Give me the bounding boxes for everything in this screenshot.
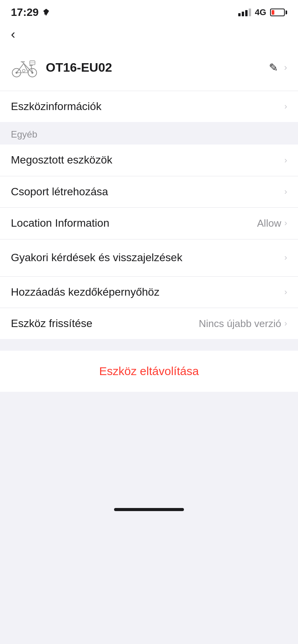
menu-item-device-info[interactable]: Eszközinformációk › bbox=[0, 91, 298, 122]
shared-label: Megosztott eszközök bbox=[11, 145, 284, 176]
device-right: ✎ › bbox=[269, 61, 287, 74]
shared-right: › bbox=[284, 155, 287, 165]
homescreen-chevron: › bbox=[284, 287, 287, 297]
device-header-chevron: › bbox=[284, 62, 287, 73]
remove-button[interactable]: Eszköz eltávolítása bbox=[99, 365, 199, 378]
menu-item-homescreen[interactable]: Hozzáadás kezdőképernyőhöz › bbox=[0, 277, 298, 308]
signal-bar-3 bbox=[245, 10, 248, 16]
device-name: OT16-EU02 bbox=[46, 60, 112, 75]
faq-right: › bbox=[284, 253, 287, 263]
group-right: › bbox=[284, 187, 287, 197]
location-right: Allow › bbox=[257, 217, 287, 229]
device-header: OT16-EU02 ✎ › bbox=[0, 48, 298, 91]
location-chevron: › bbox=[284, 218, 287, 228]
section-header-other: Egyéb bbox=[0, 122, 298, 145]
signal-bar-1 bbox=[238, 13, 241, 16]
location-label: Location Information bbox=[11, 208, 257, 239]
battery-level: 7 bbox=[271, 10, 284, 15]
menu-item-update[interactable]: Eszköz frissítése Nincs újabb verzió › bbox=[0, 308, 298, 339]
homescreen-label: Hozzáadás kezdőképernyőhöz bbox=[11, 277, 284, 308]
device-info-label: Eszközinformációk bbox=[11, 91, 284, 122]
section-divider bbox=[0, 339, 298, 351]
time-text: 17:29 bbox=[11, 6, 39, 19]
update-label: Eszköz frissítése bbox=[11, 308, 199, 339]
device-info-chevron: › bbox=[284, 102, 287, 112]
device-info-section: Eszközinformációk › bbox=[0, 91, 298, 122]
device-left: OT16-EU02 bbox=[11, 56, 112, 79]
location-value: Allow bbox=[257, 217, 281, 229]
device-icon bbox=[11, 56, 38, 79]
network-type: 4G bbox=[255, 7, 266, 17]
nav-bar: ‹ bbox=[0, 23, 298, 48]
menu-item-shared[interactable]: Megosztott eszközök › bbox=[0, 145, 298, 176]
svg-line-11 bbox=[23, 62, 24, 63]
menu-item-group[interactable]: Csoport létrehozása › bbox=[0, 176, 298, 208]
location-icon bbox=[42, 8, 50, 17]
remove-section: Eszköz eltávolítása bbox=[0, 351, 298, 392]
section-other-label: Egyéb bbox=[11, 129, 37, 139]
status-time: 17:29 bbox=[11, 6, 50, 19]
faq-label: Gyakori kérdések és visszajelzések bbox=[11, 242, 284, 273]
update-value: Nincs újabb verzió bbox=[199, 318, 281, 330]
signal-bar-2 bbox=[242, 12, 244, 16]
battery-tip bbox=[286, 10, 287, 14]
other-section: Megosztott eszközök › Csoport létrehozás… bbox=[0, 145, 298, 339]
footer-area bbox=[0, 392, 298, 523]
menu-item-location[interactable]: Location Information Allow › bbox=[0, 208, 298, 239]
faq-chevron: › bbox=[284, 253, 287, 263]
update-right: Nincs újabb verzió › bbox=[199, 318, 287, 330]
status-bar: 17:29 4G 7 bbox=[0, 0, 298, 23]
svg-marker-0 bbox=[43, 9, 49, 15]
signal-bars bbox=[238, 9, 251, 16]
group-chevron: › bbox=[284, 187, 287, 197]
home-indicator bbox=[114, 508, 184, 511]
battery-body: 7 bbox=[270, 9, 285, 16]
update-chevron: › bbox=[284, 319, 287, 329]
menu-item-faq[interactable]: Gyakori kérdések és visszajelzések › bbox=[0, 239, 298, 277]
back-button[interactable]: ‹ bbox=[11, 26, 15, 41]
status-right: 4G 7 bbox=[238, 7, 287, 17]
signal-bar-4 bbox=[249, 9, 251, 16]
shared-chevron: › bbox=[284, 155, 287, 165]
homescreen-right: › bbox=[284, 287, 287, 297]
device-info-right: › bbox=[284, 102, 287, 112]
edit-icon[interactable]: ✎ bbox=[269, 61, 278, 74]
group-label: Csoport létrehozása bbox=[11, 176, 284, 207]
svg-point-13 bbox=[23, 69, 25, 72]
battery: 7 bbox=[270, 9, 287, 16]
bicycle-svg bbox=[11, 56, 38, 79]
